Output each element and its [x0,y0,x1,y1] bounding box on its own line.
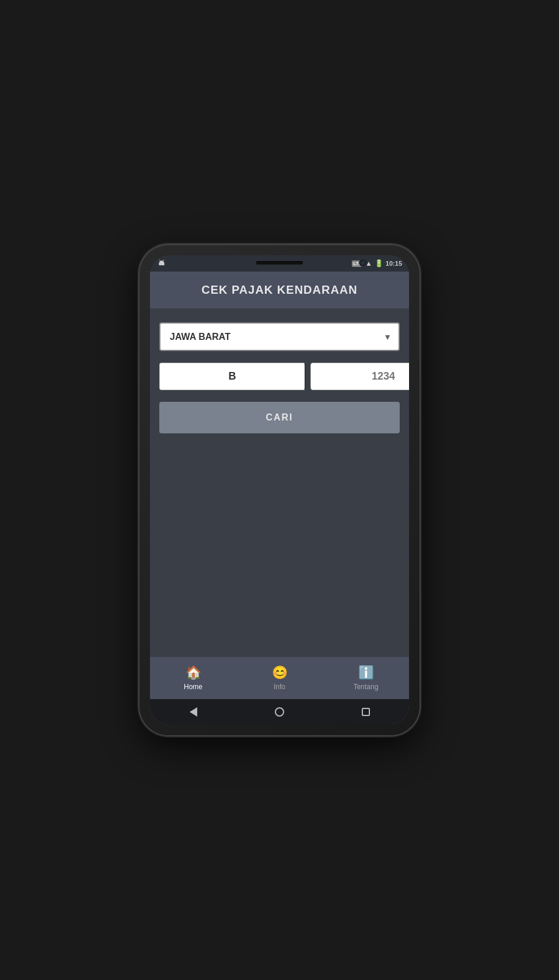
about-icon: ℹ️ [358,665,374,680]
back-triangle-icon [190,707,197,717]
signal-icon: ▲ [365,259,372,267]
lte-badge: LTE [352,260,363,267]
nav-label-tentang: Tentang [354,683,379,691]
recents-square-icon [362,708,370,716]
back-button[interactable] [183,701,204,722]
nav-item-tentang[interactable]: ℹ️ Tentang [323,661,409,696]
svg-line-3 [163,260,164,260]
province-dropdown[interactable]: JAWA BARAT JAWA TENGAH JAWA TIMUR DKI JA… [159,322,400,351]
time-display: 10:15 [386,260,402,267]
search-button[interactable]: CARI [159,402,400,433]
nav-label-info: Info [274,683,285,691]
android-nav-bar [150,699,409,725]
app-header: CEK PAJAK KENDARAAN [150,272,409,308]
nav-item-home[interactable]: 🏠 Home [150,661,236,696]
battery-icon: 🔋 [375,259,383,267]
status-left [157,259,166,268]
plate-number-row [159,363,400,390]
main-area: JAWA BARAT JAWA TENGAH JAWA TIMUR DKI JA… [150,308,409,657]
plate-prefix-input[interactable] [159,363,306,390]
android-icon [157,259,166,268]
plate-number-input[interactable] [310,363,409,390]
recents-button[interactable] [355,701,376,722]
phone-screen: LTE ▲ 🔋 10:15 CEK PAJAK KENDARAAN JAWA B… [150,255,409,725]
app-title: CEK PAJAK KENDARAAN [201,283,358,296]
status-bar: LTE ▲ 🔋 10:15 [150,255,409,272]
app-content: CEK PAJAK KENDARAAN JAWA BARAT JAWA TENG… [150,272,409,725]
home-circle-icon [275,707,284,717]
phone-frame: LTE ▲ 🔋 10:15 CEK PAJAK KENDARAAN JAWA B… [139,245,420,735]
home-button[interactable] [269,701,290,722]
bottom-nav: 🏠 Home 😊 Info ℹ️ Tentang [150,657,409,699]
nav-label-home: Home [184,683,202,691]
nav-item-info[interactable]: 😊 Info [236,661,323,696]
info-icon: 😊 [272,665,288,680]
province-dropdown-wrapper: JAWA BARAT JAWA TENGAH JAWA TIMUR DKI JA… [159,322,400,351]
status-right: LTE ▲ 🔋 10:15 [352,259,402,267]
svg-line-2 [159,260,160,260]
home-icon: 🏠 [186,665,201,680]
